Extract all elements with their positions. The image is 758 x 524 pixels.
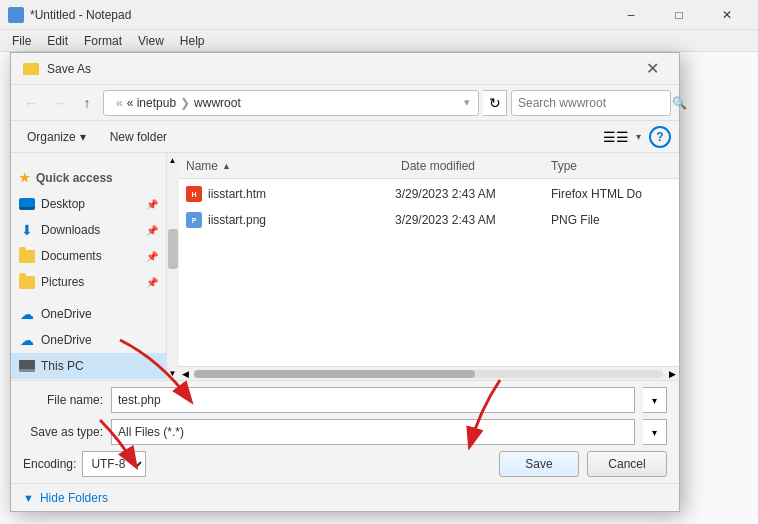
h-scroll-right-btn[interactable]: ▶ xyxy=(665,367,679,381)
pictures-icon xyxy=(19,274,35,290)
file-name-2: iisstart.png xyxy=(208,213,266,227)
menu-help[interactable]: Help xyxy=(172,32,213,50)
png-icon: P xyxy=(186,212,202,228)
menu-format[interactable]: Format xyxy=(76,32,130,50)
file-name-1: iisstart.htm xyxy=(208,187,266,201)
up-button[interactable]: ↑ xyxy=(75,91,99,115)
scroll-thumb[interactable] xyxy=(168,229,178,269)
search-box[interactable]: 🔍 xyxy=(511,90,671,116)
file-type-1: Firefox HTML Do xyxy=(551,187,671,201)
notepad-menubar: File Edit Format View Help xyxy=(0,30,758,52)
file-area: Name ▲ Date modified Type H iisstart.htm xyxy=(178,153,679,380)
menu-view[interactable]: View xyxy=(130,32,172,50)
sidebar-item-documents[interactable]: Documents 📌 xyxy=(11,243,166,269)
sidebar-item-this-pc[interactable]: This PC xyxy=(11,353,166,379)
search-icon: 🔍 xyxy=(672,96,687,110)
forward-button[interactable]: → xyxy=(47,91,71,115)
h-scroll-left-btn[interactable]: ◀ xyxy=(178,367,192,381)
save-as-type-label: Save as type: xyxy=(23,425,103,439)
menu-file[interactable]: File xyxy=(4,32,39,50)
sidebar-desktop-label: Desktop xyxy=(41,197,85,211)
sidebar-documents-label: Documents xyxy=(41,249,102,263)
encoding-area: Encoding: UTF-8 xyxy=(23,451,146,477)
pin-icon-downloads: 📌 xyxy=(146,225,158,236)
scroll-up-button[interactable]: ▲ xyxy=(167,153,179,167)
refresh-button[interactable]: ↻ xyxy=(483,90,507,116)
sidebar-downloads-label: Downloads xyxy=(41,223,100,237)
notepad-titlebar: *Untitled - Notepad – □ ✕ xyxy=(0,0,758,30)
h-scroll-thumb[interactable] xyxy=(194,370,475,378)
address-bar: ← → ↑ « « inetpub ❯ wwwroot ▾ ↻ 🔍 xyxy=(11,85,679,121)
filename-row: File name: ▾ xyxy=(23,387,667,413)
cancel-button[interactable]: Cancel xyxy=(587,451,667,477)
table-row[interactable]: H iisstart.htm 3/29/2023 2:43 AM Firefox… xyxy=(178,181,679,207)
table-row[interactable]: P iisstart.png 3/29/2023 2:43 AM PNG Fil… xyxy=(178,207,679,233)
toolbar: Organize ▾ New folder ☰☰ ▾ ? xyxy=(11,121,679,153)
file-name-cell-2: P iisstart.png xyxy=(186,212,389,228)
notepad-controls: – □ ✕ xyxy=(608,0,750,30)
sidebar-scrollbar: ▲ ▼ xyxy=(166,153,178,380)
help-button[interactable]: ? xyxy=(649,126,671,148)
sidebar-item-desktop[interactable]: Desktop 📌 xyxy=(11,191,166,217)
scroll-down-button[interactable]: ▼ xyxy=(167,366,179,380)
sidebar-item-onedrive2[interactable]: ☁ OneDrive xyxy=(11,327,166,353)
col-type-header[interactable]: Type xyxy=(551,159,671,173)
sidebar-item-pictures[interactable]: Pictures 📌 xyxy=(11,269,166,295)
save-as-type-input[interactable] xyxy=(111,419,635,445)
save-button[interactable]: Save xyxy=(499,451,579,477)
documents-icon xyxy=(19,248,35,264)
organize-chevron: ▾ xyxy=(80,130,86,144)
quick-access-label: Quick access xyxy=(36,171,113,185)
file-name-input[interactable] xyxy=(111,387,635,413)
path-inetpub: « inetpub xyxy=(127,96,176,110)
close-button[interactable]: ✕ xyxy=(704,0,750,30)
sidebar: ★ Quick access Desktop 📌 ⬇ Downloa xyxy=(11,153,166,380)
dialog-folder-icon xyxy=(23,61,39,77)
sort-arrow: ▲ xyxy=(222,161,231,171)
minimize-button[interactable]: – xyxy=(608,0,654,30)
quick-access-header: ★ Quick access xyxy=(11,165,166,191)
h-scroll-track xyxy=(194,370,663,378)
dialog-titlebar: Save As ✕ xyxy=(11,53,679,85)
file-list: H iisstart.htm 3/29/2023 2:43 AM Firefox… xyxy=(178,179,679,366)
menu-edit[interactable]: Edit xyxy=(39,32,76,50)
savetype-row: Save as type: ▾ xyxy=(23,419,667,445)
dialog-close-button[interactable]: ✕ xyxy=(637,58,667,80)
file-name-cell-1: H iisstart.htm xyxy=(186,186,389,202)
hide-folders-label[interactable]: Hide Folders xyxy=(40,491,108,505)
search-input[interactable] xyxy=(518,96,668,110)
filename-dropdown-btn[interactable]: ▾ xyxy=(643,387,667,413)
cloud-icon-1: ☁ xyxy=(19,306,35,322)
sidebar-onedrive1-label: OneDrive xyxy=(41,307,92,321)
col-name-header[interactable]: Name ▲ xyxy=(186,159,401,173)
notepad-title: *Untitled - Notepad xyxy=(30,8,608,22)
sidebar-item-downloads[interactable]: ⬇ Downloads 📌 xyxy=(11,217,166,243)
pin-icon-documents: 📌 xyxy=(146,251,158,262)
sidebar-item-onedrive1[interactable]: ☁ OneDrive xyxy=(11,301,166,327)
organize-button[interactable]: Organize ▾ xyxy=(19,125,94,149)
save-as-dialog: Save As ✕ ← → ↑ « « inetpub ❯ wwwroot ▾ … xyxy=(10,52,680,512)
sidebar-pictures-label: Pictures xyxy=(41,275,84,289)
pin-icon-pictures: 📌 xyxy=(146,277,158,288)
sidebar-container: ★ Quick access Desktop 📌 ⬇ Downloa xyxy=(11,153,178,380)
maximize-button[interactable]: □ xyxy=(656,0,702,30)
hide-folders-arrow[interactable]: ▼ xyxy=(23,492,34,504)
savetype-dropdown-btn[interactable]: ▾ xyxy=(643,419,667,445)
address-path[interactable]: « « inetpub ❯ wwwroot ▾ xyxy=(103,90,479,116)
encoding-select[interactable]: UTF-8 xyxy=(82,451,146,477)
desktop-icon xyxy=(19,196,35,212)
scroll-top-space xyxy=(11,157,166,165)
notepad-icon xyxy=(8,7,24,23)
organize-label: Organize xyxy=(27,130,76,144)
view-button[interactable]: ☰☰ xyxy=(604,125,628,149)
new-folder-button[interactable]: New folder xyxy=(102,125,175,149)
col-date-header[interactable]: Date modified xyxy=(401,159,551,173)
file-name-label: File name: xyxy=(23,393,103,407)
new-folder-label: New folder xyxy=(110,130,167,144)
horizontal-scrollbar: ◀ ▶ xyxy=(178,366,679,380)
back-button[interactable]: ← xyxy=(19,91,43,115)
path-wwwroot: wwwroot xyxy=(194,96,241,110)
sidebar-pc-label: This PC xyxy=(41,359,84,373)
bottom-actions: Encoding: UTF-8 Save Cancel xyxy=(23,451,667,477)
scroll-track xyxy=(167,167,179,366)
